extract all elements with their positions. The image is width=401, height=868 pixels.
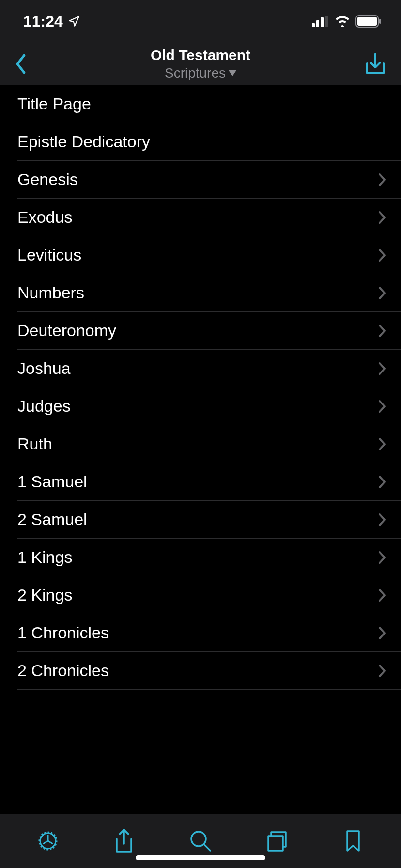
chevron-right-icon: [378, 664, 386, 678]
chevron-right-icon: [378, 437, 386, 451]
list-item[interactable]: Ruth: [17, 425, 401, 463]
svg-line-12: [48, 841, 53, 844]
share-icon: [114, 828, 134, 853]
list-item[interactable]: Genesis: [17, 161, 401, 199]
search-button[interactable]: [181, 826, 220, 855]
share-button[interactable]: [105, 826, 143, 855]
status-left: 11:24: [23, 13, 80, 31]
chevron-right-icon: [378, 550, 386, 565]
list-item-label: Title Page: [17, 94, 91, 113]
chevron-right-icon: [378, 324, 386, 338]
list-item-label: Judges: [17, 397, 71, 416]
book-list: Title PageEpistle DedicatoryGenesisExodu…: [0, 85, 401, 690]
list-item-label: Epistle Dedicatory: [17, 132, 150, 151]
svg-rect-6: [379, 19, 381, 24]
download-button[interactable]: [357, 52, 386, 76]
chevron-left-icon: [15, 53, 27, 75]
battery-icon: [355, 15, 382, 28]
search-icon: [189, 829, 212, 852]
list-item-label: 1 Samuel: [17, 472, 87, 491]
nav-subtitle: Scriptures: [165, 65, 236, 81]
list-item[interactable]: 2 Samuel: [17, 501, 401, 539]
list-item[interactable]: Judges: [17, 388, 401, 425]
home-indicator[interactable]: [136, 855, 265, 860]
list-item-label: Deuteronomy: [17, 321, 116, 340]
list-item[interactable]: Deuteronomy: [17, 312, 401, 350]
svg-rect-3: [325, 16, 328, 27]
list-item[interactable]: Title Page: [17, 85, 401, 123]
gear-icon: [36, 829, 60, 852]
list-item-label: 1 Chronicles: [17, 623, 109, 642]
list-item-label: 1 Kings: [17, 548, 72, 567]
bookmark-button[interactable]: [334, 826, 372, 855]
list-item[interactable]: 1 Chronicles: [17, 614, 401, 652]
back-button[interactable]: [15, 53, 44, 75]
wifi-icon: [334, 16, 351, 27]
caret-down-icon: [229, 70, 236, 76]
chevron-right-icon: [378, 172, 386, 187]
download-icon: [364, 52, 386, 76]
tabs-button[interactable]: [258, 826, 296, 855]
status-bar: 11:24: [0, 0, 401, 43]
chevron-right-icon: [378, 626, 386, 640]
list-item-label: Leviticus: [17, 246, 81, 264]
svg-rect-0: [312, 23, 315, 27]
svg-rect-1: [316, 20, 319, 27]
svg-marker-7: [229, 70, 236, 76]
list-item-label: 2 Chronicles: [17, 661, 109, 680]
stack-icon: [265, 829, 289, 852]
settings-button[interactable]: [29, 826, 67, 855]
list-item[interactable]: 2 Kings: [17, 576, 401, 614]
svg-line-16: [204, 844, 210, 851]
chevron-right-icon: [378, 248, 386, 263]
svg-rect-2: [321, 17, 324, 27]
nav-subtitle-label: Scriptures: [165, 65, 226, 81]
list-item-label: Genesis: [17, 170, 78, 189]
list-item[interactable]: 1 Samuel: [17, 463, 401, 501]
nav-header: Old Testament Scriptures: [0, 43, 401, 85]
list-item-label: Numbers: [17, 283, 84, 302]
content[interactable]: Title PageEpistle DedicatoryGenesisExodu…: [0, 85, 401, 814]
list-item[interactable]: Leviticus: [17, 236, 401, 274]
chevron-right-icon: [378, 210, 386, 225]
list-item[interactable]: Exodus: [17, 199, 401, 236]
list-item-label: Ruth: [17, 434, 52, 453]
list-item-label: Joshua: [17, 359, 71, 378]
cellular-icon: [312, 16, 329, 27]
svg-rect-17: [268, 836, 283, 851]
list-item[interactable]: Numbers: [17, 274, 401, 312]
chevron-right-icon: [378, 512, 386, 527]
list-item[interactable]: Epistle Dedicatory: [17, 123, 401, 161]
chevron-right-icon: [378, 588, 386, 603]
bookmark-icon: [344, 829, 362, 852]
chevron-right-icon: [378, 286, 386, 300]
status-right: [312, 15, 382, 28]
list-item-label: Exodus: [17, 208, 72, 227]
nav-title-group[interactable]: Old Testament Scriptures: [44, 46, 357, 81]
svg-line-13: [43, 841, 48, 844]
status-time: 11:24: [23, 13, 63, 31]
list-item[interactable]: Joshua: [17, 350, 401, 388]
list-item[interactable]: 2 Chronicles: [17, 652, 401, 690]
chevron-right-icon: [378, 475, 386, 489]
chevron-right-icon: [378, 361, 386, 376]
nav-title: Old Testament: [151, 46, 250, 64]
list-item-label: 2 Samuel: [17, 510, 87, 529]
list-item-label: 2 Kings: [17, 586, 72, 604]
chevron-right-icon: [378, 399, 386, 414]
svg-rect-5: [357, 17, 377, 26]
location-icon: [68, 15, 80, 28]
list-item[interactable]: 1 Kings: [17, 539, 401, 576]
